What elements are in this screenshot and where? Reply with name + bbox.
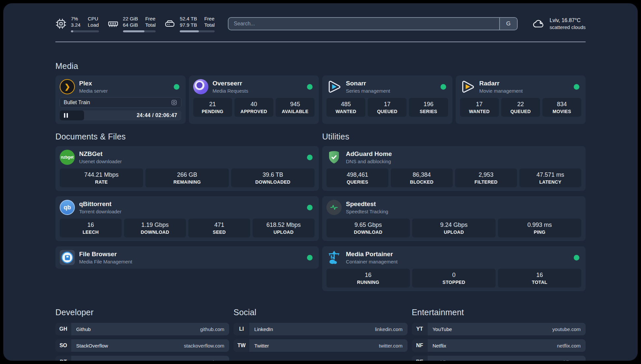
- disk-drive-icon: [164, 18, 175, 29]
- link-tag: YT: [412, 323, 428, 335]
- app-description: DNS and adblocking: [346, 159, 581, 164]
- cpu-usage-bar: [71, 30, 99, 32]
- stat-tile: 16 RUNNING: [326, 269, 410, 288]
- app-name: Sonarr: [346, 80, 436, 87]
- stat-tile: 498,461 QUERIES: [326, 168, 388, 187]
- playback-progress-bar: 24:44 / 02:06:47: [60, 110, 181, 120]
- stat-tile: 618.52 Mbps UPLOAD: [253, 219, 315, 237]
- stat-label: QUEUED: [503, 109, 539, 114]
- stat-label: PENDING: [195, 109, 231, 114]
- stat-label: SEED: [190, 229, 249, 235]
- stat-value: 86,384: [392, 171, 451, 178]
- link-label: Twitter: [254, 343, 269, 349]
- pause-icon[interactable]: [64, 113, 68, 118]
- stat-tile: 0 STOPPED: [412, 269, 496, 288]
- cloud-icon: [532, 18, 545, 29]
- status-dot: [441, 84, 446, 90]
- link-github[interactable]: GH Github github.com: [55, 323, 229, 335]
- section-title-entertainment: Entertainment: [412, 308, 586, 317]
- search-input[interactable]: [229, 21, 499, 27]
- app-card-radarr[interactable]: Radarr Movie management 17 WANTED 22 QUE…: [456, 76, 586, 124]
- entertainment-links: Entertainment YT YouTube youtube.com NF …: [412, 308, 586, 361]
- overseerr-icon: [193, 79, 208, 94]
- stat-value: 16: [499, 272, 580, 279]
- search-bar: G: [228, 17, 518, 30]
- utilities-column: Utilities: [322, 132, 586, 291]
- stat-value: 945: [277, 101, 313, 108]
- app-card-qbittorrent[interactable]: qb qBittorrent Torrent downloader 16 LEE…: [55, 196, 319, 241]
- app-name: AdGuard Home: [346, 150, 581, 158]
- header-divider: [55, 42, 586, 42]
- app-card-plex[interactable]: ❯ Plex Media server Bullet Train: [55, 76, 186, 124]
- link-linkedin[interactable]: LI LinkedIn linkedin.com: [233, 323, 407, 335]
- status-dot: [574, 255, 579, 260]
- app-card-speedtest[interactable]: Speedtest Speedtest Tracking 9.65 Gbps D…: [322, 196, 586, 241]
- link-twitter[interactable]: TW Twitter twitter.com: [233, 339, 407, 352]
- stat-value: 22: [503, 101, 539, 108]
- stat-value: 17: [369, 101, 405, 108]
- section-title-utilities: Utilities: [322, 132, 586, 141]
- filebrowser-icon: [60, 250, 75, 265]
- stat-label: LEECH: [61, 229, 120, 235]
- stat-tile: 834 MOVIES: [542, 98, 581, 117]
- stat-label: AVAILABLE: [277, 109, 313, 114]
- cpu-chip-icon: [55, 18, 67, 29]
- link-stackoverflow[interactable]: SO StackOverflow stackoverflow.com: [55, 339, 229, 352]
- stat-value: 0.993 ms: [499, 222, 580, 228]
- ram-icon: [107, 18, 119, 29]
- top-bar: 7% 3.24 CPU Load: [55, 13, 586, 34]
- app-card-nzbget[interactable]: nzbget NZBGet Usenet downloader 744.21 M…: [55, 146, 319, 191]
- app-name: qBittorrent: [79, 200, 303, 208]
- link-url: linkedin.com: [375, 326, 402, 332]
- stat-label: DOWNLOAD: [328, 229, 409, 235]
- disk-free-value: 52.4 TB: [180, 15, 197, 22]
- app-name: File Browser: [79, 251, 303, 258]
- link-tag: SO: [55, 339, 71, 352]
- app-description: Movie management: [479, 88, 570, 94]
- app-description: Speedtest Tracking: [346, 209, 581, 214]
- stat-tile: 16 TOTAL: [498, 269, 581, 288]
- link-url: netflix.com: [557, 343, 581, 349]
- link-netflix[interactable]: NF Netflix netflix.com: [412, 339, 586, 352]
- video-icon[interactable]: [171, 99, 177, 106]
- stat-label: RATE: [61, 179, 142, 185]
- search-engine-button[interactable]: G: [499, 18, 517, 30]
- stat-value: 40: [236, 101, 272, 108]
- playback-progress-fill: [60, 110, 84, 120]
- stat-value: 744.21 Mbps: [61, 171, 142, 178]
- app-card-adguard[interactable]: AdGuard Home DNS and adblocking 498,461 …: [322, 146, 586, 191]
- stat-value: 196: [410, 101, 446, 108]
- app-card-filebrowser[interactable]: File Browser Media File Management: [55, 246, 319, 269]
- ram-free-value: 22 GiB: [123, 15, 138, 22]
- cpu-usage-fill: [71, 30, 73, 32]
- cpu-load-value: 3.24: [71, 22, 80, 28]
- disk-free-label: Free: [204, 15, 215, 22]
- stat-label: UPLOAD: [254, 229, 313, 235]
- ram-total-value: 64 GiB: [123, 22, 138, 28]
- stat-tile: 16 LEECH: [60, 219, 122, 237]
- stat-value: 1.19 Gbps: [125, 222, 185, 228]
- stat-value: 618.52 Mbps: [254, 222, 313, 228]
- app-card-portainer[interactable]: Media Portainer Container management 16 …: [322, 246, 586, 291]
- link-reddit[interactable]: RE Reddit reddit.com: [412, 356, 586, 361]
- status-dot: [307, 155, 313, 160]
- link-label: LinkedIn: [254, 326, 273, 332]
- link-tag: NF: [412, 339, 428, 352]
- weather-widget: Lviv, 16.87°C scattered clouds: [532, 17, 586, 30]
- ram-usage-bar: [123, 30, 156, 32]
- qbittorrent-icon: qb: [60, 200, 75, 215]
- link-dev-to[interactable]: DT DEV dev.to: [55, 356, 229, 361]
- status-dot: [574, 84, 579, 90]
- app-card-sonarr[interactable]: Sonarr Series management 485 WANTED 17 Q…: [322, 76, 452, 124]
- stat-label: QUEUED: [369, 109, 405, 114]
- app-name: Speedtest: [346, 200, 581, 208]
- stat-value: 16: [61, 222, 120, 228]
- nzbget-icon: nzbget: [60, 150, 75, 165]
- app-card-overseerr[interactable]: Overseerr Media Requests 21 PENDING 40 A…: [189, 76, 319, 124]
- link-youtube[interactable]: YT YouTube youtube.com: [412, 323, 586, 335]
- app-name: Overseerr: [213, 80, 303, 87]
- stat-label: FILTERED: [456, 179, 516, 185]
- link-label: Reddit: [433, 359, 447, 361]
- stat-value: 834: [544, 101, 580, 108]
- link-url: twitter.com: [379, 343, 403, 349]
